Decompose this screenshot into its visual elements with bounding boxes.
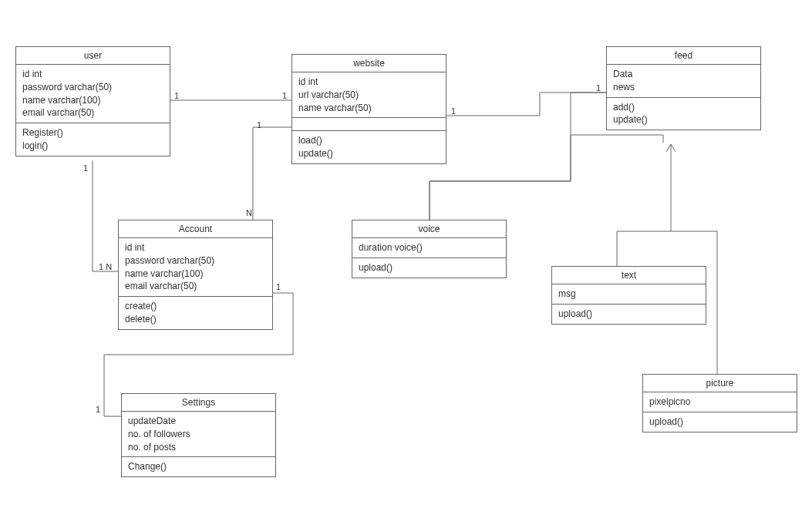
mult-account-settings-bottom: 1	[96, 405, 100, 414]
class-user-ops: Register() login()	[16, 123, 170, 156]
attr: name varchar(100)	[125, 268, 266, 281]
class-text: text msg upload()	[551, 266, 706, 325]
class-text-ops: upload()	[552, 305, 706, 324]
mult-user-website-left: 1	[174, 91, 179, 100]
attr: duration voice()	[359, 241, 500, 254]
mult-website-account-bottom: N	[246, 208, 252, 217]
class-website: website id int url varchar(50) name varc…	[291, 54, 446, 164]
attr: name varchar(100)	[22, 94, 163, 107]
op: Register()	[22, 126, 163, 140]
attr: msg	[558, 288, 699, 301]
op: Change()	[128, 460, 269, 473]
class-voice: voice duration voice() upload()	[352, 220, 507, 278]
attr: no. of followers	[128, 428, 269, 441]
attr: url varchar(50)	[298, 89, 440, 102]
class-user: user id int password varchar(50) name va…	[15, 46, 170, 156]
class-website-title: website	[292, 55, 446, 72]
class-voice-title: voice	[352, 220, 506, 238]
op: add()	[613, 101, 754, 114]
op: update()	[613, 113, 754, 126]
mult-account-settings-top: 1	[276, 282, 281, 291]
class-user-title: user	[16, 47, 170, 65]
mult-website-feed-left: 1	[451, 106, 456, 116]
class-picture: picture pixelpicno upload()	[642, 374, 797, 432]
class-voice-attrs: duration voice()	[352, 238, 506, 258]
class-website-empty	[292, 118, 446, 131]
class-feed-attrs: Data news	[607, 65, 760, 98]
op: delete()	[125, 313, 266, 326]
class-picture-ops: upload()	[643, 412, 797, 432]
class-text-title: text	[552, 267, 706, 284]
attr: email varchar(50)	[22, 106, 163, 119]
mult-user-website-right: 1	[282, 91, 287, 100]
class-website-attrs: id int url varchar(50) name varchar(50)	[292, 72, 446, 118]
class-picture-attrs: pixelpicno	[643, 392, 797, 412]
class-feed-ops: add() update()	[607, 98, 760, 130]
op: upload()	[649, 416, 790, 429]
attr: id int	[22, 68, 163, 81]
mult-user-account-bottom: 1 N	[99, 262, 112, 271]
attr: password varchar(50)	[22, 81, 163, 94]
class-voice-ops: upload()	[352, 258, 506, 278]
mult-user-account-top: 1	[83, 163, 88, 173]
op: upload()	[558, 308, 699, 321]
attr: pixelpicno	[649, 395, 790, 409]
attr: email varchar(50)	[125, 280, 266, 293]
op: upload()	[359, 261, 500, 274]
op: update()	[298, 147, 440, 160]
class-account: Account id int password varchar(50) name…	[118, 220, 273, 330]
class-feed: feed Data news add() update()	[606, 46, 761, 130]
class-account-title: Account	[119, 220, 272, 238]
attr: id int	[298, 76, 440, 89]
attr: updateDate	[128, 415, 269, 428]
attr: password varchar(50)	[125, 254, 266, 268]
class-user-attrs: id int password varchar(50) name varchar…	[16, 65, 170, 123]
class-account-ops: create() delete()	[119, 297, 272, 329]
attr: Data	[613, 68, 754, 81]
mult-website-account-top: 1	[257, 120, 261, 130]
attr: news	[613, 81, 754, 94]
class-website-ops: load() update()	[292, 131, 446, 163]
attr: no. of posts	[128, 441, 269, 454]
mult-website-feed-right: 1	[596, 83, 601, 93]
class-account-attrs: id int password varchar(50) name varchar…	[119, 238, 272, 297]
attr: id int	[125, 241, 266, 254]
op: login()	[22, 140, 163, 153]
class-settings: Settings updateDate no. of followers no.…	[121, 393, 276, 477]
op: create()	[125, 300, 266, 313]
class-settings-title: Settings	[122, 394, 275, 412]
attr: name varchar(50)	[298, 102, 440, 115]
class-picture-title: picture	[643, 375, 797, 392]
class-text-attrs: msg	[552, 284, 706, 305]
op: load()	[298, 134, 440, 147]
class-feed-title: feed	[607, 47, 760, 65]
class-settings-ops: Change()	[122, 457, 275, 476]
class-settings-attrs: updateDate no. of followers no. of posts	[122, 412, 275, 457]
